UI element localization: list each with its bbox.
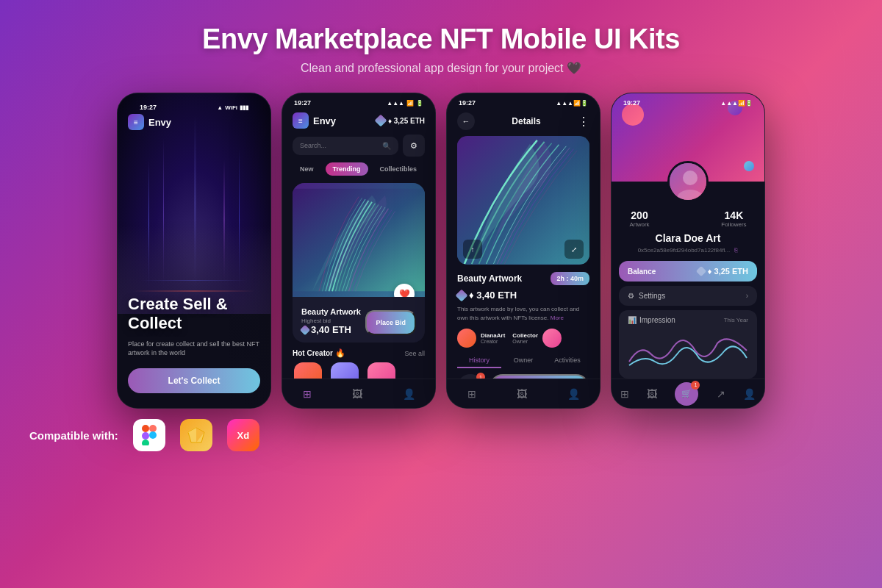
page-title: Envy Marketplace NFT Mobile UI Kits	[15, 24, 867, 55]
details-title: Details	[512, 116, 540, 126]
tab-new[interactable]: New	[293, 162, 321, 176]
tabs-row: New Trending Collectibles Mus	[282, 162, 435, 176]
timer-badge: 2h : 40m	[551, 272, 589, 285]
bid-amount: 3,40 ETH	[301, 324, 361, 335]
compat-section: Compatible with: Xd	[0, 409, 882, 462]
nav-image-3[interactable]: 🖼	[517, 388, 527, 400]
creator-row: DianaArt Creator Collector Owner	[457, 329, 589, 348]
bottom-nav-3: ⊞ 🖼 👤	[447, 379, 600, 408]
phone2-header: ≡ Envy ♦ 3,25 ETH	[282, 110, 435, 135]
search-input[interactable]: Search... 🔍	[293, 137, 398, 155]
artwork-image: ❤️	[293, 183, 425, 297]
nav-image[interactable]: 🖼	[352, 388, 362, 400]
feather-art-svg	[293, 183, 425, 297]
detail-tab-nav: History Owner Activities	[457, 354, 589, 368]
svg-point-3	[683, 171, 698, 185]
svg-rect-10	[149, 425, 157, 432]
status-bar: 19:27 ▲WiFi▮▮▮	[128, 98, 260, 114]
share-button[interactable]: ↑	[463, 240, 482, 259]
sketch-badge	[180, 419, 212, 451]
profile-address: 0x5ce2a58e9fd294obd7a122f84fl... ⎘	[612, 247, 764, 254]
eth-badge: ♦ 3,25 ETH	[376, 116, 425, 125]
expand-button[interactable]: ⤢	[564, 240, 584, 259]
filter-button[interactable]: ⚙	[403, 135, 425, 157]
phone3-header: ← Details ⋮	[447, 110, 600, 136]
chevron-right-icon: ›	[746, 292, 748, 300]
hero-text: Create Sell & Collect	[128, 295, 260, 334]
collector-chip: Collector Owner	[512, 329, 562, 348]
bottom-nav-2: ⊞ 🖼 👤	[282, 379, 435, 408]
compat-label: Compatible with:	[29, 429, 118, 442]
nav-home-3[interactable]: ⊞	[467, 388, 476, 400]
hot-creator-section: Hot Creator 🔥 See all	[282, 343, 435, 362]
nav-profile-4[interactable]: 👤	[743, 388, 756, 400]
tab-trending[interactable]: Trending	[326, 162, 368, 176]
balance-amount: ♦ 3,25 ETH	[698, 267, 748, 276]
nav-share-4[interactable]: ↗	[717, 388, 725, 400]
phone1-nav: 19:27 ▲WiFi▮▮▮ ≡ Envy	[118, 93, 270, 130]
search-bar: Search... 🔍 ⚙	[293, 135, 425, 157]
more-link[interactable]: More	[551, 315, 564, 321]
status-bar-3: 19:27 ▲▲▲📶🔋	[447, 93, 600, 110]
phone1-content: Create Sell & Collect Place for create c…	[118, 286, 270, 408]
impression-row: 📊 Impression This Year 3000 2000 1500 10…	[619, 310, 757, 379]
svg-point-13	[149, 431, 157, 439]
tab-owner[interactable]: Owner	[501, 354, 545, 368]
phone-4: 19:27 ▲▲▲📶🔋	[611, 93, 765, 409]
svg-rect-9	[142, 425, 149, 432]
phones-container: 19:27 ▲WiFi▮▮▮ ≡ Envy Create Sell & Coll…	[0, 93, 882, 409]
search-icon: 🔍	[382, 142, 391, 150]
nav-profile[interactable]: 👤	[403, 388, 415, 400]
tab-music[interactable]: Mus	[429, 162, 435, 176]
nav-home[interactable]: ⊞	[303, 388, 312, 400]
envy-logo: ≡ Envy	[128, 114, 260, 130]
gear-icon: ⚙	[628, 292, 634, 300]
deco-circle-3	[744, 161, 754, 171]
tab-collectibles[interactable]: Collectibles	[373, 162, 425, 176]
artwork-info: Beauty Artwork Highest bid 3,40 ETH Plac…	[293, 297, 425, 343]
artwork-card: ❤️ Beauty Artwork Highest bid 3,40 ETH P…	[293, 183, 425, 343]
header: Envy Marketplace NFT Mobile UI Kits Clea…	[0, 0, 882, 93]
detail-description: This artwork made by love, you can colle…	[457, 305, 589, 323]
profile-avatar-container	[667, 161, 709, 202]
lets-collect-button[interactable]: Let's Collect	[128, 368, 260, 393]
envy-logo-2: ≡ Envy	[293, 112, 336, 129]
place-bid-button[interactable]: Place Bid	[365, 310, 416, 335]
bottom-nav-4: ⊞ 🖼 🛒 1 ↗ 👤	[612, 379, 764, 408]
nav-home-4[interactable]: ⊞	[620, 388, 629, 400]
tab-activities[interactable]: Activities	[545, 354, 589, 368]
chart-icon: 📊	[628, 316, 637, 324]
impression-chart: 3000 2000 1500 1000 Jan Feb Mar Apr May	[628, 329, 748, 373]
nav-image-4[interactable]: 🖼	[647, 388, 657, 400]
phone-1: 19:27 ▲WiFi▮▮▮ ≡ Envy Create Sell & Coll…	[117, 93, 271, 409]
hero-sub: Place for create collect and sell the be…	[128, 340, 260, 358]
nav-cart-4[interactable]: 🛒 1	[675, 382, 698, 406]
balance-card: Balance ♦ 3,25 ETH	[619, 261, 757, 282]
profile-name: Clara Doe Art	[612, 232, 764, 244]
price-row: ♦ 3,40 ETH	[457, 290, 589, 301]
settings-row[interactable]: ⚙ Settings ›	[619, 286, 757, 306]
copy-icon[interactable]: ⎘	[734, 247, 738, 254]
phone-3: 19:27 ▲▲▲📶🔋 ← Details ⋮	[446, 93, 600, 409]
phone-2: 19:27 ▲▲▲📶🔋 ≡ Envy ♦ 3,25 ETH Search... …	[282, 93, 436, 409]
nav-profile-3[interactable]: 👤	[567, 388, 580, 400]
artwork-stat: 200 Artwork	[629, 209, 649, 228]
xd-badge: Xd	[227, 419, 259, 451]
status-bar-2: 19:27 ▲▲▲📶🔋	[282, 93, 435, 110]
detail-info: Beauty Artwork 2h : 40m ♦ 3,40 ETH This …	[447, 272, 600, 368]
envy-icon: ≡	[128, 114, 144, 130]
svg-rect-11	[142, 432, 149, 440]
figma-badge	[133, 419, 165, 451]
more-button[interactable]: ⋮	[578, 115, 589, 129]
page-subtitle: Clean and professional app design for yo…	[15, 61, 867, 75]
back-button[interactable]: ←	[457, 112, 475, 130]
tab-history[interactable]: History	[457, 354, 501, 368]
creator-chip: DianaArt Creator	[457, 329, 505, 348]
detail-artwork-image: ↑ ⤢	[457, 136, 589, 265]
profile-avatar	[667, 161, 709, 202]
svg-rect-12	[142, 440, 149, 445]
followers-stat: 14K Followers	[721, 209, 746, 228]
